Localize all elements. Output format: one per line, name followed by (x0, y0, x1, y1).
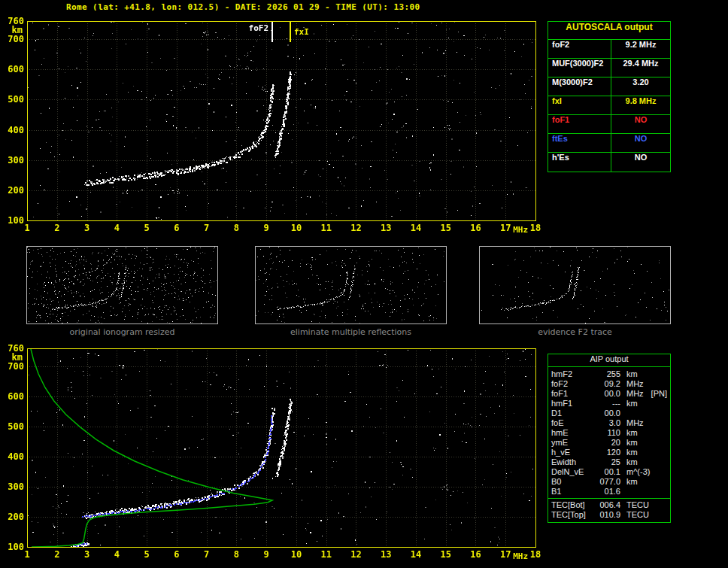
aip-param-note (638, 448, 667, 457)
autoscala-row: ftEs NO (548, 134, 670, 153)
aip-param-label: hmE (551, 428, 593, 438)
aip-param-note (638, 428, 667, 438)
aip-output-panel: AIP output hmF2 255 km foF2 09.2 MHz foF… (548, 354, 671, 523)
tec-divider (548, 498, 670, 499)
aip-row: TEC[Top] 010.9 TECU (548, 510, 670, 520)
aip-param-unit: km (626, 448, 638, 457)
aip-param-unit: m^(-3) (626, 467, 650, 477)
aip-row: DelN_vE 00.1 m^(-3) (548, 467, 670, 477)
aip-param-note (644, 418, 667, 428)
thumbnail-original-ionogram-canvas (26, 246, 218, 324)
aip-param-value: 120 (593, 448, 620, 457)
aip-param-label: h_vE (551, 448, 593, 457)
aip-param-value: 01.6 (593, 487, 620, 497)
aip-param-value: 00.0 (593, 389, 620, 399)
aip-param-unit: MHz (626, 418, 644, 428)
autoscala-row: M(3000)F2 3.20 (548, 77, 670, 96)
aip-param-note (644, 379, 667, 389)
aip-param-unit: km (626, 457, 638, 467)
aip-param-note (650, 467, 667, 477)
autoscala-param-label: h'Es (548, 153, 611, 172)
aip-param-label: B0 (551, 477, 593, 487)
aip-param-label: DelN_vE (551, 467, 593, 477)
thumbnail-evidence-f2-trace-canvas (479, 246, 671, 324)
autoscala-param-value: 9.8 MHz (611, 96, 670, 114)
aip-param-value: --- (593, 399, 620, 409)
aip-row: hmE 110 km (548, 428, 670, 438)
aip-param-label: TEC[Bot] (551, 500, 593, 510)
thumbnail-caption: eliminate multiple reflections (255, 327, 447, 337)
aip-param-value: 110 (593, 428, 620, 438)
aip-param-value: 20 (593, 438, 620, 448)
thumbnail-eliminate-reflections-canvas (255, 246, 447, 324)
aip-param-note (626, 409, 667, 418)
aip-param-unit: km (626, 399, 638, 409)
autoscala-header: AUTOSCALA output (548, 22, 670, 40)
aip-param-value: 09.2 (593, 379, 620, 389)
aip-rows: hmF2 255 km foF2 09.2 MHz foF1 00.0 MHz … (548, 369, 670, 497)
aip-row: foE 3.0 MHz (548, 418, 670, 428)
tec-rows: TEC[Bot] 006.4 TECU TEC[Top] 010.9 TECU (548, 500, 670, 520)
top-ionogram-canvas (0, 11, 546, 238)
aip-param-note (638, 438, 667, 448)
autoscala-param-value: 29.4 MHz (611, 59, 670, 77)
aip-param-value: 3.0 (593, 418, 620, 428)
aip-param-label: Ewidth (551, 457, 593, 467)
aip-param-value: 010.9 (593, 510, 620, 520)
aip-row: B1 01.6 (548, 487, 670, 497)
aip-param-label: foE (551, 418, 593, 428)
aip-row: B0 077.0 km (548, 477, 670, 487)
autoscala-param-value: NO (611, 115, 670, 133)
aip-row: hmF2 255 km (548, 369, 670, 379)
aip-param-note (649, 500, 667, 510)
aip-row: h_vE 120 km (548, 448, 670, 457)
aip-param-label: foF2 (551, 379, 593, 389)
aip-param-value: 25 (593, 457, 620, 467)
autoscala-row: foF1 NO (548, 115, 670, 134)
bottom-ionogram-canvas (0, 342, 546, 568)
aip-param-note: [PN] (644, 389, 667, 399)
aip-row: ymE 20 km (548, 438, 670, 448)
autoscala-param-label: ftEs (548, 134, 611, 152)
aip-row: D1 00.0 (548, 409, 670, 418)
aip-row: hmF1 --- km (548, 399, 670, 409)
aip-param-label: D1 (551, 409, 593, 418)
autoscala-row: fxI 9.8 MHz (548, 96, 670, 115)
aip-row: Ewidth 25 km (548, 457, 670, 467)
autoscala-param-value: 9.2 MHz (611, 40, 670, 58)
autoscala-param-label: foF1 (548, 115, 611, 133)
autoscala-row: MUF(3000)F2 29.4 MHz (548, 59, 670, 77)
aip-param-unit: MHz (626, 389, 644, 399)
aip-param-value: 077.0 (593, 477, 620, 487)
aip-param-label: ymE (551, 438, 593, 448)
aip-param-value: 006.4 (593, 500, 620, 510)
autoscala-output-panel: AUTOSCALA output foF2 9.2 MHz MUF(3000)F… (548, 21, 671, 172)
aip-param-unit: km (626, 428, 638, 438)
autoscala-param-value: NO (611, 153, 670, 172)
aip-param-unit: km (626, 369, 638, 379)
aip-param-unit: TECU (626, 510, 649, 520)
aip-param-unit: km (626, 438, 638, 448)
thumbnail-caption: original ionogram resized (26, 327, 218, 337)
aip-param-unit: TECU (626, 500, 649, 510)
autoscala-param-value: NO (611, 134, 670, 152)
aip-param-unit: MHz (626, 379, 644, 389)
aip-param-note (638, 477, 667, 487)
autoscala-screen: { "title": "Rome (lat: +41.8, lon: 012.5… (0, 0, 728, 568)
aip-param-unit: km (626, 477, 638, 487)
aip-row: foF1 00.0 MHz [PN] (548, 389, 670, 399)
aip-param-note (649, 510, 667, 520)
aip-param-label: hmF1 (551, 399, 593, 409)
aip-param-label: B1 (551, 487, 593, 497)
aip-param-label: foF1 (551, 389, 593, 399)
aip-param-value: 00.1 (593, 467, 620, 477)
aip-param-label: hmF2 (551, 369, 593, 379)
aip-param-note (638, 457, 667, 467)
thumbnail-caption: evidence F2 trace (479, 327, 671, 337)
aip-param-value: 00.0 (593, 409, 620, 418)
aip-param-note (626, 487, 667, 497)
autoscala-param-label: MUF(3000)F2 (548, 59, 611, 77)
aip-row: TEC[Bot] 006.4 TECU (548, 500, 670, 510)
aip-header: AIP output (548, 354, 670, 367)
aip-param-label: TEC[Top] (551, 510, 593, 520)
